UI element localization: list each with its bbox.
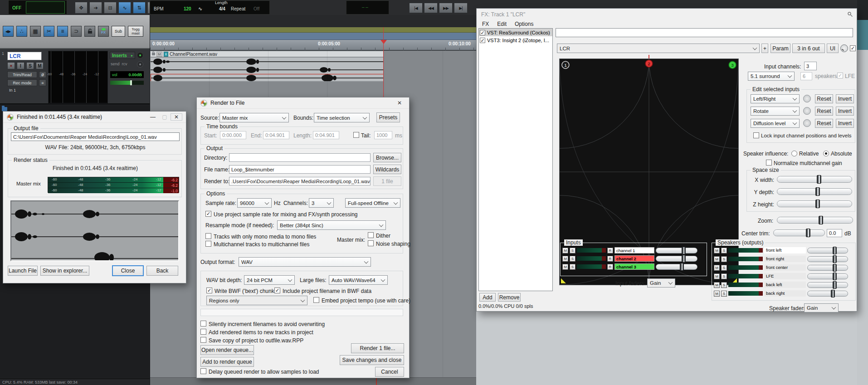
output-path-field[interactable]: C:\Users\Fox\Documents\Reaper Media\Reco…	[11, 132, 180, 141]
receive-box[interactable]: R	[607, 264, 613, 270]
solo-box[interactable]: S	[721, 248, 727, 253]
snap-tool-icon-1[interactable]: ➔	[89, 2, 102, 14]
select-tool-button[interactable]: ◀▶	[3, 26, 14, 37]
region-lane[interactable]	[150, 27, 477, 33]
grid-button[interactable]: ▦	[30, 26, 41, 37]
edit-mode-combo-1[interactable]: Rotate	[751, 107, 800, 116]
cancel-button[interactable]: Cancel	[375, 367, 404, 377]
forward-button[interactable]: ▶▶	[439, 3, 453, 13]
plugin-row-reasurround[interactable]: VST: ReaSurround (Cockos)	[479, 29, 552, 36]
embed-tempo-checkbox[interactable]	[313, 297, 319, 303]
input-faders-combo[interactable]: Gain	[647, 278, 675, 288]
timeline-ruler[interactable]: 0:00:00:000:00:05:000:00:10:00	[150, 40, 477, 51]
close-button[interactable]: ✕	[394, 100, 405, 106]
invert-button-1[interactable]: Invert	[836, 107, 854, 116]
maximize-button[interactable]: ▢	[159, 114, 171, 120]
playhead-marker-icon[interactable]	[380, 40, 387, 44]
fader-thumb[interactable]	[833, 247, 837, 254]
bottom-scroll-strip[interactable]	[150, 377, 477, 385]
minimize-button[interactable]: —	[147, 114, 159, 120]
preset-combo[interactable]: LCR	[557, 44, 760, 53]
solo-box[interactable]: S	[721, 282, 727, 288]
slider-thumb[interactable]	[817, 175, 821, 184]
repeat-label[interactable]: Repeat	[231, 6, 245, 11]
receive-box[interactable]: R	[607, 256, 613, 262]
wet-knob[interactable]	[840, 44, 848, 52]
input-channels-field[interactable]: 3	[804, 62, 817, 70]
solo-box[interactable]: S	[570, 264, 575, 270]
volume-fader[interactable]	[110, 80, 144, 85]
solo-box[interactable]: S	[721, 291, 727, 297]
save-changes-button[interactable]: Save changes and close	[340, 355, 404, 365]
dither-checkbox[interactable]	[368, 232, 374, 238]
mute-box[interactable]: M	[714, 248, 720, 253]
add-fx-button[interactable]: Add	[479, 293, 496, 302]
y-depth-slider[interactable]	[777, 188, 852, 195]
pin-icon[interactable]	[847, 11, 853, 17]
input-handle-2[interactable]: 2	[645, 60, 653, 67]
track-fx-button[interactable]: FX	[98, 26, 109, 37]
fx-enable-button[interactable]	[137, 52, 143, 58]
menu-options[interactable]: Options	[515, 21, 533, 27]
close-render-button[interactable]: Close	[112, 265, 144, 276]
mute-box[interactable]: M	[714, 265, 720, 271]
input-handle-3[interactable]: 3	[729, 61, 736, 68]
back-button[interactable]: Back	[146, 266, 178, 276]
go-start-button[interactable]: |◀	[409, 3, 423, 13]
sub-button[interactable]: Sub	[112, 26, 125, 37]
edit-knob-0[interactable]	[803, 95, 811, 102]
input-fader[interactable]	[656, 264, 697, 270]
solo-box[interactable]: S	[721, 256, 727, 262]
bpm-value[interactable]: 120	[184, 6, 191, 11]
input-fader[interactable]	[656, 248, 697, 253]
bounds-combo[interactable]: Time selection	[314, 113, 370, 122]
tail-field[interactable]: 1000	[374, 131, 392, 139]
fader-thumb[interactable]	[833, 273, 837, 280]
io-button[interactable]: 3 in 6 out	[792, 44, 825, 53]
fx-titlebar[interactable]: FX: Track 1 "LCR"	[477, 9, 857, 20]
remove-fx-button[interactable]: Remove	[498, 293, 521, 302]
folder-icon[interactable]	[2, 107, 7, 111]
media-item[interactable]: M i ChannelPlacement.wav	[150, 51, 384, 82]
close-button[interactable]: ✕	[171, 113, 182, 121]
param-button[interactable]: Param	[770, 44, 790, 53]
receive-box[interactable]: R	[607, 248, 613, 253]
edit-knob-1[interactable]	[803, 107, 811, 115]
trim-read-button[interactable]: Trim/Read	[7, 71, 37, 78]
use-project-sr-checkbox[interactable]	[205, 211, 211, 217]
bwf-checkbox[interactable]	[206, 288, 212, 293]
mute-button[interactable]: M	[36, 62, 44, 69]
mono-tracks-checkbox[interactable]	[205, 233, 211, 239]
ui-button[interactable]: UI	[827, 44, 839, 53]
save-copy-checkbox[interactable]	[200, 337, 206, 343]
togg-mast-button[interactable]: Toggmast	[128, 26, 143, 37]
x-width-slider[interactable]	[777, 176, 852, 183]
mute-box[interactable]: M	[714, 273, 720, 279]
render-speed-combo[interactable]: Full-speed Offline	[345, 198, 400, 208]
go-end-button[interactable]: ▶|	[454, 3, 468, 13]
fader-thumb[interactable]	[833, 255, 837, 263]
speaker-fader[interactable]	[807, 248, 848, 253]
marker-lane[interactable]	[150, 33, 477, 40]
rewind-button[interactable]: ◀◀	[424, 3, 438, 13]
lock-positions-checkbox[interactable]	[753, 132, 759, 138]
snap-tool-icon-3[interactable]: ∿	[118, 2, 131, 14]
lock-button[interactable]	[84, 26, 95, 37]
plugin-enable-checkbox[interactable]	[480, 30, 485, 35]
regions-combo[interactable]: Regions only	[206, 296, 307, 305]
finished-titlebar[interactable]: Finished in 0:01.445 (3.4x realtime) — ▢…	[3, 112, 186, 123]
envelope-tool-button[interactable]: ∴	[16, 26, 27, 37]
playhead[interactable]	[383, 27, 384, 97]
reset-button-1[interactable]: Reset	[815, 107, 833, 116]
item-lock-icon[interactable]	[152, 53, 155, 55]
speaker-fader[interactable]	[807, 265, 848, 271]
relative-radio[interactable]	[791, 151, 797, 156]
mute-box[interactable]: M	[714, 291, 720, 297]
input-channel-label[interactable]: channel 3	[614, 263, 654, 270]
rec-mode-button[interactable]: Rec mode	[7, 79, 37, 86]
invert-button-2[interactable]: Invert	[836, 119, 854, 128]
reset-button-0[interactable]: Reset	[815, 94, 833, 103]
rec-mode-icon-button[interactable]: ≡	[39, 79, 46, 86]
directory-field[interactable]	[229, 153, 371, 162]
fader-thumb[interactable]	[680, 263, 684, 271]
